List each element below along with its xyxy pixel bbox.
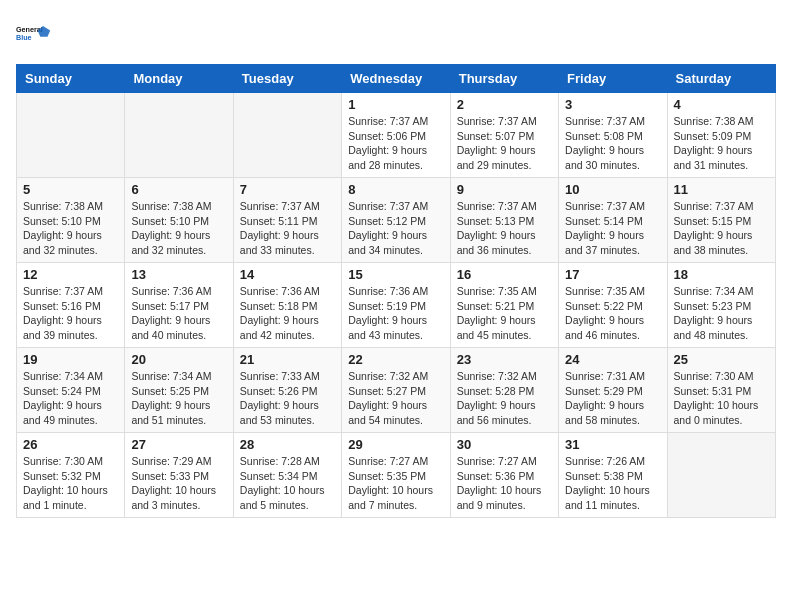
day-number: 17: [565, 267, 660, 282]
calendar-cell: 21Sunrise: 7:33 AM Sunset: 5:26 PM Dayli…: [233, 348, 341, 433]
day-number: 19: [23, 352, 118, 367]
calendar-header-row: SundayMondayTuesdayWednesdayThursdayFrid…: [17, 65, 776, 93]
calendar-cell: 15Sunrise: 7:36 AM Sunset: 5:19 PM Dayli…: [342, 263, 450, 348]
calendar-week-row: 12Sunrise: 7:37 AM Sunset: 5:16 PM Dayli…: [17, 263, 776, 348]
day-info: Sunrise: 7:29 AM Sunset: 5:33 PM Dayligh…: [131, 454, 226, 513]
header: GeneralBlue: [16, 16, 776, 52]
calendar-cell: 1Sunrise: 7:37 AM Sunset: 5:06 PM Daylig…: [342, 93, 450, 178]
day-number: 8: [348, 182, 443, 197]
calendar-cell: 8Sunrise: 7:37 AM Sunset: 5:12 PM Daylig…: [342, 178, 450, 263]
day-info: Sunrise: 7:27 AM Sunset: 5:36 PM Dayligh…: [457, 454, 552, 513]
day-info: Sunrise: 7:38 AM Sunset: 5:10 PM Dayligh…: [23, 199, 118, 258]
day-info: Sunrise: 7:37 AM Sunset: 5:06 PM Dayligh…: [348, 114, 443, 173]
calendar-cell: [17, 93, 125, 178]
calendar-cell: 29Sunrise: 7:27 AM Sunset: 5:35 PM Dayli…: [342, 433, 450, 518]
day-info: Sunrise: 7:32 AM Sunset: 5:28 PM Dayligh…: [457, 369, 552, 428]
calendar-week-row: 19Sunrise: 7:34 AM Sunset: 5:24 PM Dayli…: [17, 348, 776, 433]
day-number: 7: [240, 182, 335, 197]
day-number: 20: [131, 352, 226, 367]
calendar-cell: 26Sunrise: 7:30 AM Sunset: 5:32 PM Dayli…: [17, 433, 125, 518]
calendar-cell: 2Sunrise: 7:37 AM Sunset: 5:07 PM Daylig…: [450, 93, 558, 178]
calendar-cell: 17Sunrise: 7:35 AM Sunset: 5:22 PM Dayli…: [559, 263, 667, 348]
calendar-cell: 14Sunrise: 7:36 AM Sunset: 5:18 PM Dayli…: [233, 263, 341, 348]
day-number: 11: [674, 182, 769, 197]
calendar-cell: 11Sunrise: 7:37 AM Sunset: 5:15 PM Dayli…: [667, 178, 775, 263]
day-info: Sunrise: 7:37 AM Sunset: 5:08 PM Dayligh…: [565, 114, 660, 173]
day-info: Sunrise: 7:36 AM Sunset: 5:17 PM Dayligh…: [131, 284, 226, 343]
day-info: Sunrise: 7:30 AM Sunset: 5:32 PM Dayligh…: [23, 454, 118, 513]
svg-text:Blue: Blue: [16, 33, 32, 42]
calendar-week-row: 26Sunrise: 7:30 AM Sunset: 5:32 PM Dayli…: [17, 433, 776, 518]
calendar: SundayMondayTuesdayWednesdayThursdayFrid…: [16, 64, 776, 518]
day-number: 12: [23, 267, 118, 282]
calendar-cell: 31Sunrise: 7:26 AM Sunset: 5:38 PM Dayli…: [559, 433, 667, 518]
calendar-cell: 5Sunrise: 7:38 AM Sunset: 5:10 PM Daylig…: [17, 178, 125, 263]
day-header-friday: Friday: [559, 65, 667, 93]
day-number: 23: [457, 352, 552, 367]
day-info: Sunrise: 7:37 AM Sunset: 5:15 PM Dayligh…: [674, 199, 769, 258]
day-number: 16: [457, 267, 552, 282]
calendar-cell: 10Sunrise: 7:37 AM Sunset: 5:14 PM Dayli…: [559, 178, 667, 263]
day-header-wednesday: Wednesday: [342, 65, 450, 93]
day-number: 10: [565, 182, 660, 197]
day-info: Sunrise: 7:37 AM Sunset: 5:11 PM Dayligh…: [240, 199, 335, 258]
calendar-cell: 30Sunrise: 7:27 AM Sunset: 5:36 PM Dayli…: [450, 433, 558, 518]
day-info: Sunrise: 7:33 AM Sunset: 5:26 PM Dayligh…: [240, 369, 335, 428]
day-number: 15: [348, 267, 443, 282]
day-number: 9: [457, 182, 552, 197]
day-number: 14: [240, 267, 335, 282]
day-info: Sunrise: 7:38 AM Sunset: 5:10 PM Dayligh…: [131, 199, 226, 258]
calendar-cell: 18Sunrise: 7:34 AM Sunset: 5:23 PM Dayli…: [667, 263, 775, 348]
logo-icon: GeneralBlue: [16, 16, 52, 52]
calendar-cell: 12Sunrise: 7:37 AM Sunset: 5:16 PM Dayli…: [17, 263, 125, 348]
day-number: 26: [23, 437, 118, 452]
day-info: Sunrise: 7:32 AM Sunset: 5:27 PM Dayligh…: [348, 369, 443, 428]
day-number: 30: [457, 437, 552, 452]
day-number: 22: [348, 352, 443, 367]
day-info: Sunrise: 7:37 AM Sunset: 5:14 PM Dayligh…: [565, 199, 660, 258]
day-info: Sunrise: 7:28 AM Sunset: 5:34 PM Dayligh…: [240, 454, 335, 513]
calendar-cell: 25Sunrise: 7:30 AM Sunset: 5:31 PM Dayli…: [667, 348, 775, 433]
calendar-cell: 28Sunrise: 7:28 AM Sunset: 5:34 PM Dayli…: [233, 433, 341, 518]
day-info: Sunrise: 7:37 AM Sunset: 5:07 PM Dayligh…: [457, 114, 552, 173]
day-info: Sunrise: 7:36 AM Sunset: 5:18 PM Dayligh…: [240, 284, 335, 343]
day-info: Sunrise: 7:36 AM Sunset: 5:19 PM Dayligh…: [348, 284, 443, 343]
calendar-cell: 7Sunrise: 7:37 AM Sunset: 5:11 PM Daylig…: [233, 178, 341, 263]
calendar-cell: 23Sunrise: 7:32 AM Sunset: 5:28 PM Dayli…: [450, 348, 558, 433]
day-info: Sunrise: 7:38 AM Sunset: 5:09 PM Dayligh…: [674, 114, 769, 173]
day-number: 25: [674, 352, 769, 367]
day-header-saturday: Saturday: [667, 65, 775, 93]
calendar-cell: 16Sunrise: 7:35 AM Sunset: 5:21 PM Dayli…: [450, 263, 558, 348]
day-number: 3: [565, 97, 660, 112]
day-info: Sunrise: 7:34 AM Sunset: 5:25 PM Dayligh…: [131, 369, 226, 428]
day-number: 4: [674, 97, 769, 112]
calendar-cell: 22Sunrise: 7:32 AM Sunset: 5:27 PM Dayli…: [342, 348, 450, 433]
calendar-cell: 13Sunrise: 7:36 AM Sunset: 5:17 PM Dayli…: [125, 263, 233, 348]
day-number: 13: [131, 267, 226, 282]
calendar-week-row: 1Sunrise: 7:37 AM Sunset: 5:06 PM Daylig…: [17, 93, 776, 178]
day-number: 2: [457, 97, 552, 112]
day-info: Sunrise: 7:26 AM Sunset: 5:38 PM Dayligh…: [565, 454, 660, 513]
day-info: Sunrise: 7:34 AM Sunset: 5:23 PM Dayligh…: [674, 284, 769, 343]
day-number: 27: [131, 437, 226, 452]
calendar-cell: 3Sunrise: 7:37 AM Sunset: 5:08 PM Daylig…: [559, 93, 667, 178]
calendar-week-row: 5Sunrise: 7:38 AM Sunset: 5:10 PM Daylig…: [17, 178, 776, 263]
day-info: Sunrise: 7:27 AM Sunset: 5:35 PM Dayligh…: [348, 454, 443, 513]
day-info: Sunrise: 7:35 AM Sunset: 5:21 PM Dayligh…: [457, 284, 552, 343]
day-info: Sunrise: 7:34 AM Sunset: 5:24 PM Dayligh…: [23, 369, 118, 428]
day-number: 1: [348, 97, 443, 112]
day-number: 18: [674, 267, 769, 282]
calendar-cell: 9Sunrise: 7:37 AM Sunset: 5:13 PM Daylig…: [450, 178, 558, 263]
calendar-cell: 19Sunrise: 7:34 AM Sunset: 5:24 PM Dayli…: [17, 348, 125, 433]
calendar-cell: 27Sunrise: 7:29 AM Sunset: 5:33 PM Dayli…: [125, 433, 233, 518]
calendar-cell: [125, 93, 233, 178]
day-info: Sunrise: 7:37 AM Sunset: 5:12 PM Dayligh…: [348, 199, 443, 258]
day-info: Sunrise: 7:37 AM Sunset: 5:13 PM Dayligh…: [457, 199, 552, 258]
day-number: 29: [348, 437, 443, 452]
calendar-cell: 20Sunrise: 7:34 AM Sunset: 5:25 PM Dayli…: [125, 348, 233, 433]
calendar-cell: [667, 433, 775, 518]
day-header-thursday: Thursday: [450, 65, 558, 93]
calendar-cell: 24Sunrise: 7:31 AM Sunset: 5:29 PM Dayli…: [559, 348, 667, 433]
day-header-sunday: Sunday: [17, 65, 125, 93]
day-number: 28: [240, 437, 335, 452]
